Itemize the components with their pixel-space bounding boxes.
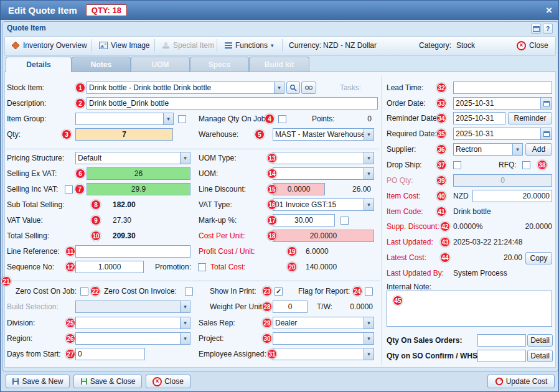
chevron-down-icon[interactable]: ▾: [364, 168, 373, 179]
calendar-icon[interactable]: [540, 98, 552, 109]
line-discount-input[interactable]: [273, 183, 325, 195]
save-and-close-label: Save & Close: [90, 377, 136, 386]
order-date-field[interactable]: 2025-10-31: [453, 97, 552, 110]
manage-qty-label: Manage Qty On Job:: [199, 114, 268, 123]
stock-search-button[interactable]: [286, 82, 300, 94]
chevron-down-icon[interactable]: ▾: [180, 152, 190, 164]
supp-discount-amount: 20.0000: [509, 222, 552, 231]
chevron-down-icon[interactable]: ▾: [274, 82, 284, 93]
tab-notes[interactable]: Notes: [72, 57, 131, 72]
line-reference-input[interactable]: [75, 245, 190, 258]
special-item-button[interactable]: Special Item: [159, 39, 217, 52]
qty-so-confirm-label: Qty on SO Confirm / WHS:: [387, 352, 480, 360]
employee-assigned-combobox[interactable]: ▾: [273, 348, 374, 360]
qty-input[interactable]: [75, 128, 173, 141]
reminder-date-field[interactable]: 2025-10-31: [453, 112, 505, 124]
po-qty-label: PO Qty:: [387, 176, 413, 185]
rfq-checkbox[interactable]: [522, 161, 530, 169]
pricing-structure-combobox[interactable]: Default ▾: [75, 152, 190, 164]
copy-button[interactable]: Copy: [525, 252, 552, 264]
stock-item-combobox[interactable]: Drink bottle - Drink bottle Drink bottle…: [87, 82, 284, 94]
stock-lookup-button[interactable]: [301, 82, 316, 94]
qty-so-confirm-detail-button[interactable]: Detail: [527, 350, 553, 362]
zero-cost-job-checkbox[interactable]: [80, 287, 88, 296]
chevron-down-icon[interactable]: ▾: [180, 333, 190, 344]
annotation-badge-18: 18: [267, 231, 277, 241]
total-cost-label: Total Cost:: [210, 263, 246, 271]
days-from-start-input[interactable]: [75, 348, 145, 360]
lead-time-input[interactable]: [453, 82, 552, 94]
weight-per-unit-input[interactable]: [273, 301, 308, 313]
lead-time-label: Lead Time:: [387, 83, 423, 92]
flag-for-report-checkbox[interactable]: [365, 287, 373, 296]
manage-qty-checkbox[interactable]: [278, 115, 286, 123]
uom-type-value: [273, 152, 364, 164]
cost-per-unit-input[interactable]: [273, 230, 374, 242]
item-group-combobox[interactable]: ▾: [75, 113, 174, 125]
drop-ship-checkbox[interactable]: [453, 161, 461, 169]
annotation-badge-44: 44: [440, 253, 450, 263]
selling-inc-vat-input[interactable]: [87, 183, 190, 195]
region-label: Region:: [7, 334, 32, 343]
tab-build-kit[interactable]: Build kit: [249, 57, 309, 72]
selling-inc-vat-checkbox[interactable]: [65, 185, 73, 194]
section-divider: [4, 281, 380, 281]
promotion-checkbox[interactable]: [198, 263, 206, 271]
show-in-print-label: Show In Print:: [210, 287, 256, 296]
help-icon[interactable]: ?: [543, 24, 553, 34]
chevron-down-icon[interactable]: ▾: [364, 317, 373, 329]
sequence-no-input[interactable]: [75, 261, 144, 273]
chevron-down-icon[interactable]: ▾: [163, 113, 173, 124]
show-in-print-checkbox[interactable]: ✓: [275, 287, 283, 296]
sales-rep-combobox[interactable]: Dealer ▾: [273, 317, 374, 329]
chevron-down-icon[interactable]: ▾: [364, 199, 373, 210]
required-date-field[interactable]: 2025-10-31: [453, 128, 552, 140]
chevron-down-icon[interactable]: ▾: [364, 348, 373, 360]
supplier-value: Rectron: [454, 144, 512, 155]
supplier-add-button[interactable]: Add: [525, 143, 552, 156]
uom-combobox[interactable]: ▾: [273, 167, 374, 180]
internal-note-textarea[interactable]: [387, 291, 552, 327]
required-date-value: 2025-10-31: [454, 128, 540, 139]
tab-uom[interactable]: UOM: [131, 57, 190, 72]
qty-sales-orders-input[interactable]: [477, 334, 526, 347]
chevron-down-icon[interactable]: ▾: [364, 333, 373, 344]
tab-details[interactable]: Details: [6, 57, 72, 72]
uom-type-combobox[interactable]: ▾: [273, 152, 374, 164]
window-options-icon[interactable]: [531, 24, 541, 34]
close-button[interactable]: × Close: [146, 375, 190, 388]
window-close-icon[interactable]: ×: [546, 5, 552, 16]
save-and-close-button[interactable]: Save & Close: [73, 375, 142, 388]
markup-checkbox[interactable]: [341, 217, 349, 225]
markup-input[interactable]: [273, 214, 335, 226]
save-and-new-button[interactable]: Save & New: [6, 375, 70, 388]
item-cost-input[interactable]: [472, 190, 552, 202]
view-image-button[interactable]: View Image: [96, 39, 153, 52]
warehouse-combobox[interactable]: MAST - Master Warehouse ▾: [273, 128, 374, 141]
supplier-combobox[interactable]: Rectron ▾: [453, 143, 523, 156]
chevron-down-icon[interactable]: ▾: [512, 144, 522, 155]
calendar-icon[interactable]: [540, 128, 552, 139]
chevron-down-icon[interactable]: ▾: [364, 129, 373, 140]
reminder-button[interactable]: Reminder: [508, 112, 552, 124]
project-combobox[interactable]: ▾: [273, 332, 374, 345]
description-input[interactable]: [87, 97, 378, 110]
tab-specs[interactable]: Specs: [190, 57, 249, 72]
employee-assigned-label: Employee Assigned:: [199, 350, 266, 358]
days-from-start-label: Days from Start:: [7, 350, 61, 358]
qty-sales-orders-detail-button[interactable]: Detail: [527, 334, 553, 347]
division-combobox[interactable]: ▾: [75, 317, 190, 329]
region-combobox[interactable]: ▾: [75, 332, 190, 345]
vat-type-combobox[interactable]: 01 Invoice GST:15 ▾: [273, 198, 374, 211]
sequence-no-label: Sequence No:: [7, 263, 54, 271]
chevron-down-icon[interactable]: ▾: [180, 317, 190, 329]
inventory-overview-button[interactable]: Inventory Overview: [8, 39, 90, 52]
toolbar-close-button[interactable]: × Close: [514, 39, 552, 52]
qty-so-confirm-input[interactable]: [477, 350, 526, 362]
zero-cost-invoice-checkbox[interactable]: [185, 287, 193, 296]
chevron-down-icon[interactable]: ▾: [364, 152, 373, 164]
update-cost-button[interactable]: Update Cost: [487, 375, 555, 388]
selling-ex-vat-input[interactable]: [87, 167, 190, 180]
item-group-checkbox[interactable]: [178, 115, 186, 123]
functions-button[interactable]: Functions ▾: [222, 39, 277, 52]
